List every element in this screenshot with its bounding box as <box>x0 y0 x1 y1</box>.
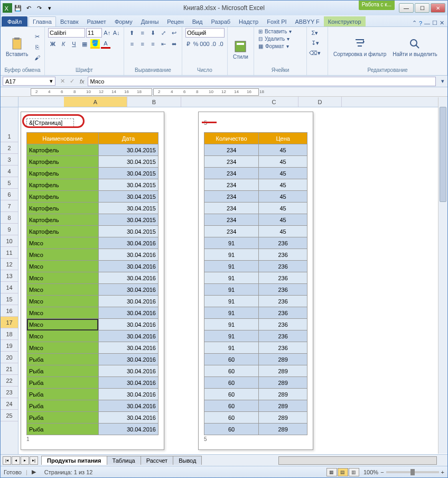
row-header-1[interactable]: 1 <box>1 131 18 142</box>
cell-price[interactable]: 289 <box>259 377 307 389</box>
cell-qty[interactable]: 91 <box>204 272 259 284</box>
row-header-14[interactable]: 14 <box>1 282 18 293</box>
font-color-icon[interactable]: A <box>101 39 110 49</box>
wrap-text-icon[interactable]: ↩ <box>169 28 179 38</box>
align-top-icon[interactable]: ⬆ <box>127 28 137 38</box>
cell-qty[interactable]: 60 <box>204 365 259 377</box>
view-normal-icon[interactable]: ▦ <box>326 468 337 476</box>
align-bottom-icon[interactable]: ⬇ <box>148 28 158 38</box>
indent-dec-icon[interactable]: ⇤ <box>158 39 168 49</box>
currency-icon[interactable]: ₽ <box>185 39 192 49</box>
row-header-17[interactable]: 17 <box>1 317 18 328</box>
row-header-19[interactable]: 19 <box>1 340 18 352</box>
row-header-7[interactable]: 7 <box>1 200 18 212</box>
row-header-16[interactable]: 16 <box>1 305 18 317</box>
sort-filter-button[interactable]: Сортировка и фильтр <box>331 36 388 58</box>
cell-price[interactable]: 45 <box>259 191 307 203</box>
expand-formula-icon[interactable]: ▾ <box>438 77 447 86</box>
cell-name[interactable]: Картофель <box>27 226 99 237</box>
tab-constructor[interactable]: Конструктор <box>324 16 366 26</box>
cell-name[interactable]: Мясо <box>27 319 99 330</box>
cell-qty[interactable]: 91 <box>204 330 259 342</box>
cell-name[interactable]: Мясо <box>27 296 99 307</box>
row-header-4[interactable]: 4 <box>1 166 18 177</box>
cell-qty[interactable]: 91 <box>204 307 259 319</box>
tab-вставк[interactable]: Вставк <box>56 16 83 26</box>
enter-formula-icon[interactable]: ✓ <box>67 77 77 86</box>
styles-button[interactable]: Стили <box>231 39 250 61</box>
formula-input[interactable] <box>88 77 436 86</box>
cell-qty[interactable]: 60 <box>204 377 259 389</box>
fill-icon[interactable]: ↧▾ <box>310 38 320 48</box>
cell-qty[interactable]: 234 <box>204 179 259 191</box>
cell-qty[interactable]: 234 <box>204 168 259 179</box>
sheet-tab-1[interactable]: Таблица <box>107 456 141 465</box>
undo-icon[interactable]: ↶ <box>24 3 33 13</box>
row-header-18[interactable]: 18 <box>1 328 18 340</box>
help-icon[interactable]: ? <box>419 20 422 26</box>
cell-name[interactable]: Рыба <box>27 389 99 400</box>
cell-date[interactable]: 30.04.2016 <box>98 389 158 400</box>
row-header-15[interactable]: 15 <box>1 293 18 305</box>
macro-icon[interactable]: ▶ <box>32 468 36 475</box>
cell-qty[interactable]: 60 <box>204 354 259 365</box>
sheet-tab-0[interactable]: Продукты питания <box>41 456 107 465</box>
dec-decimal-icon[interactable]: .0 <box>218 39 224 49</box>
row-header-2[interactable]: 2 <box>1 142 18 154</box>
underline-icon[interactable]: Ч <box>69 39 79 49</box>
sheet-next-icon[interactable]: ▸ <box>21 456 29 465</box>
shrink-font-icon[interactable]: A↓ <box>113 28 121 38</box>
cell-date[interactable]: 30.04.2016 <box>98 354 158 365</box>
cell-date[interactable]: 30.04.2016 <box>98 342 158 354</box>
cell-qty[interactable]: 60 <box>204 389 259 400</box>
tab-форму[interactable]: Форму <box>110 16 137 26</box>
cell-qty[interactable]: 91 <box>204 261 259 272</box>
cell-qty[interactable]: 60 <box>204 400 259 412</box>
cell-price[interactable]: 45 <box>259 168 307 179</box>
row-header-11[interactable]: 11 <box>1 247 18 259</box>
cell-name[interactable]: Мясо <box>27 307 99 319</box>
cell-price[interactable]: 236 <box>259 319 307 330</box>
tab-вид[interactable]: Вид <box>188 16 207 26</box>
orientation-icon[interactable]: ⤢ <box>158 28 168 38</box>
cell-name[interactable]: Рыба <box>27 365 99 377</box>
sheet-first-icon[interactable]: |◂ <box>3 456 11 465</box>
cell-qty[interactable]: 60 <box>204 412 259 424</box>
comma-icon[interactable]: 000 <box>200 39 210 49</box>
tab-данны[interactable]: Данны <box>137 16 163 26</box>
font-size-combo[interactable] <box>86 28 102 38</box>
cell-qty[interactable]: 234 <box>204 144 259 156</box>
cell-price[interactable]: 45 <box>259 226 307 237</box>
cell-price[interactable]: 45 <box>259 144 307 156</box>
cell-qty[interactable]: 91 <box>204 237 259 249</box>
sheet-last-icon[interactable]: ▸| <box>30 456 38 465</box>
tab-главна[interactable]: Главна <box>29 16 56 26</box>
cell-price[interactable]: 45 <box>259 203 307 214</box>
inc-decimal-icon[interactable]: .0 <box>211 39 217 49</box>
row-header-21[interactable]: 21 <box>1 363 18 375</box>
cell-qty[interactable]: 91 <box>204 342 259 354</box>
row-header-12[interactable]: 12 <box>1 259 18 270</box>
cell-qty[interactable]: 60 <box>204 424 259 435</box>
cell-date[interactable]: 30.04.2016 <box>98 237 158 249</box>
cell-date[interactable]: 30.04.2016 <box>98 412 158 424</box>
cell-name[interactable]: Картофель <box>27 168 99 179</box>
border-icon[interactable]: ▦ <box>80 39 89 49</box>
row-header-3[interactable]: 3 <box>1 154 18 166</box>
cell-name[interactable]: Мясо <box>27 330 99 342</box>
cell-price[interactable]: 289 <box>259 389 307 400</box>
maximize-button[interactable]: ☐ <box>415 3 430 13</box>
cell-price[interactable]: 236 <box>259 284 307 296</box>
cell-date[interactable]: 30.04.2016 <box>98 296 158 307</box>
cell-price[interactable]: 236 <box>259 272 307 284</box>
ribbon-minimize-icon[interactable]: ⌃ <box>412 20 417 26</box>
align-right-icon[interactable]: ≡ <box>148 39 158 49</box>
cell-date[interactable]: 30.04.2015 <box>98 226 158 237</box>
cell-name[interactable]: Картофель <box>27 144 99 156</box>
fill-color-icon[interactable]: 🪣 <box>90 39 100 49</box>
horizontal-scrollbar[interactable] <box>278 456 437 465</box>
cell-name[interactable]: Картофель <box>27 203 99 214</box>
cell-date[interactable]: 30.04.2015 <box>98 168 158 179</box>
zoom-in-icon[interactable]: + <box>441 469 444 475</box>
fx-icon[interactable]: fx <box>77 78 88 85</box>
